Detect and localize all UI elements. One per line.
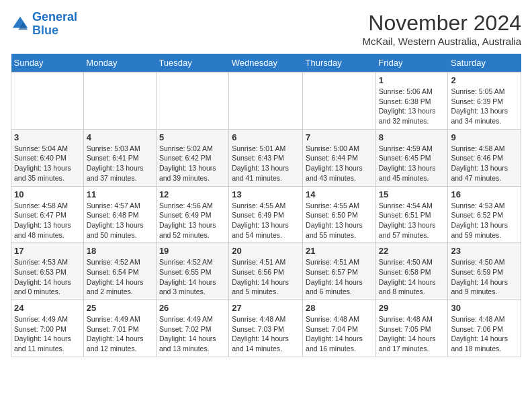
day-info: Sunrise: 4:49 AM Sunset: 7:01 PM Dayligh… xyxy=(87,314,153,354)
header-day-friday: Friday xyxy=(375,54,448,73)
day-info: Sunrise: 4:51 AM Sunset: 6:57 PM Dayligh… xyxy=(306,257,373,297)
header-row: SundayMondayTuesdayWednesdayThursdayFrid… xyxy=(11,54,521,73)
day-info: Sunrise: 5:04 AM Sunset: 6:40 PM Dayligh… xyxy=(14,144,81,183)
day-info: Sunrise: 5:02 AM Sunset: 6:42 PM Dayligh… xyxy=(159,144,226,183)
day-info: Sunrise: 4:53 AM Sunset: 6:52 PM Dayligh… xyxy=(451,201,518,240)
calendar-cell: 1Sunrise: 5:06 AM Sunset: 6:38 PM Daylig… xyxy=(375,73,448,130)
day-info: Sunrise: 4:51 AM Sunset: 6:56 PM Dayligh… xyxy=(232,257,300,297)
calendar-cell xyxy=(11,73,84,130)
day-number: 21 xyxy=(306,246,373,256)
calendar-cell: 8Sunrise: 4:59 AM Sunset: 6:45 PM Daylig… xyxy=(375,129,448,186)
calendar-cell: 9Sunrise: 4:58 AM Sunset: 6:46 PM Daylig… xyxy=(448,129,521,186)
day-number: 10 xyxy=(14,189,81,199)
calendar-cell: 20Sunrise: 4:51 AM Sunset: 6:56 PM Dayli… xyxy=(229,243,303,300)
day-number: 30 xyxy=(451,303,518,313)
day-number: 27 xyxy=(232,303,300,313)
calendar-cell: 23Sunrise: 4:50 AM Sunset: 6:59 PM Dayli… xyxy=(448,243,521,300)
calendar-cell: 29Sunrise: 4:48 AM Sunset: 7:05 PM Dayli… xyxy=(375,300,448,357)
header-day-monday: Monday xyxy=(83,54,156,73)
week-row-5: 24Sunrise: 4:49 AM Sunset: 7:00 PM Dayli… xyxy=(11,300,521,357)
calendar-header: SundayMondayTuesdayWednesdayThursdayFrid… xyxy=(11,54,521,73)
day-info: Sunrise: 5:05 AM Sunset: 6:39 PM Dayligh… xyxy=(451,87,518,126)
calendar-cell: 10Sunrise: 4:58 AM Sunset: 6:47 PM Dayli… xyxy=(11,186,84,243)
calendar-cell: 25Sunrise: 4:49 AM Sunset: 7:01 PM Dayli… xyxy=(83,300,156,357)
calendar-cell: 13Sunrise: 4:55 AM Sunset: 6:49 PM Dayli… xyxy=(229,186,303,243)
calendar-body: 1Sunrise: 5:06 AM Sunset: 6:38 PM Daylig… xyxy=(11,73,521,357)
day-number: 26 xyxy=(159,303,226,313)
day-info: Sunrise: 4:48 AM Sunset: 7:03 PM Dayligh… xyxy=(232,314,300,354)
day-info: Sunrise: 4:53 AM Sunset: 6:53 PM Dayligh… xyxy=(14,257,81,297)
day-number: 28 xyxy=(306,303,373,313)
calendar-cell: 12Sunrise: 4:56 AM Sunset: 6:49 PM Dayli… xyxy=(156,186,228,243)
day-number: 8 xyxy=(379,132,445,142)
day-number: 6 xyxy=(232,132,300,142)
day-info: Sunrise: 4:49 AM Sunset: 7:02 PM Dayligh… xyxy=(159,314,226,354)
calendar-cell: 27Sunrise: 4:48 AM Sunset: 7:03 PM Dayli… xyxy=(229,300,303,357)
day-number: 5 xyxy=(159,132,226,142)
location: McKail, Western Australia, Australia xyxy=(363,36,521,47)
header-day-tuesday: Tuesday xyxy=(156,54,228,73)
calendar-cell: 5Sunrise: 5:02 AM Sunset: 6:42 PM Daylig… xyxy=(156,129,228,186)
day-number: 7 xyxy=(306,132,373,142)
day-info: Sunrise: 4:52 AM Sunset: 6:54 PM Dayligh… xyxy=(87,257,153,297)
day-number: 20 xyxy=(232,246,300,256)
calendar-cell: 2Sunrise: 5:05 AM Sunset: 6:39 PM Daylig… xyxy=(448,73,521,130)
calendar-cell xyxy=(303,73,376,130)
day-info: Sunrise: 4:48 AM Sunset: 7:06 PM Dayligh… xyxy=(451,314,518,354)
day-info: Sunrise: 4:59 AM Sunset: 6:45 PM Dayligh… xyxy=(379,144,445,183)
calendar-cell: 22Sunrise: 4:50 AM Sunset: 6:58 PM Dayli… xyxy=(375,243,448,300)
calendar-cell: 3Sunrise: 5:04 AM Sunset: 6:40 PM Daylig… xyxy=(11,129,84,186)
calendar-cell: 4Sunrise: 5:03 AM Sunset: 6:41 PM Daylig… xyxy=(83,129,156,186)
month-title: November 2024 xyxy=(363,11,521,36)
calendar-cell: 19Sunrise: 4:52 AM Sunset: 6:55 PM Dayli… xyxy=(156,243,228,300)
calendar-cell: 21Sunrise: 4:51 AM Sunset: 6:57 PM Dayli… xyxy=(303,243,376,300)
header-day-wednesday: Wednesday xyxy=(229,54,303,73)
day-number: 16 xyxy=(451,189,518,199)
day-number: 17 xyxy=(14,246,81,256)
day-number: 4 xyxy=(87,132,153,142)
day-info: Sunrise: 4:58 AM Sunset: 6:46 PM Dayligh… xyxy=(451,144,518,183)
day-info: Sunrise: 4:55 AM Sunset: 6:49 PM Dayligh… xyxy=(232,201,300,240)
calendar-cell xyxy=(83,73,156,130)
day-number: 29 xyxy=(379,303,445,313)
calendar-cell: 26Sunrise: 4:49 AM Sunset: 7:02 PM Dayli… xyxy=(156,300,228,357)
day-info: Sunrise: 5:00 AM Sunset: 6:44 PM Dayligh… xyxy=(306,144,373,183)
day-number: 13 xyxy=(232,189,300,199)
calendar-cell: 30Sunrise: 4:48 AM Sunset: 7:06 PM Dayli… xyxy=(448,300,521,357)
day-number: 15 xyxy=(379,189,445,199)
calendar-cell: 28Sunrise: 4:48 AM Sunset: 7:04 PM Dayli… xyxy=(303,300,376,357)
logo-text: General Blue xyxy=(32,11,77,38)
page-header: General Blue November 2024 McKail, Weste… xyxy=(11,11,521,47)
calendar-cell: 18Sunrise: 4:52 AM Sunset: 6:54 PM Dayli… xyxy=(83,243,156,300)
logo-icon xyxy=(11,15,30,34)
day-info: Sunrise: 4:54 AM Sunset: 6:51 PM Dayligh… xyxy=(379,201,445,240)
day-number: 22 xyxy=(379,246,445,256)
calendar-table: SundayMondayTuesdayWednesdayThursdayFrid… xyxy=(11,54,521,357)
day-info: Sunrise: 4:55 AM Sunset: 6:50 PM Dayligh… xyxy=(306,201,373,240)
day-number: 18 xyxy=(87,246,153,256)
week-row-1: 1Sunrise: 5:06 AM Sunset: 6:38 PM Daylig… xyxy=(11,73,521,130)
day-info: Sunrise: 4:58 AM Sunset: 6:47 PM Dayligh… xyxy=(14,201,81,240)
calendar-cell: 6Sunrise: 5:01 AM Sunset: 6:43 PM Daylig… xyxy=(229,129,303,186)
day-info: Sunrise: 4:49 AM Sunset: 7:00 PM Dayligh… xyxy=(14,314,81,354)
day-info: Sunrise: 4:56 AM Sunset: 6:49 PM Dayligh… xyxy=(159,201,226,240)
day-number: 25 xyxy=(87,303,153,313)
day-number: 3 xyxy=(14,132,81,142)
day-number: 14 xyxy=(306,189,373,199)
day-number: 19 xyxy=(159,246,226,256)
week-row-2: 3Sunrise: 5:04 AM Sunset: 6:40 PM Daylig… xyxy=(11,129,521,186)
day-number: 12 xyxy=(159,189,226,199)
calendar-cell: 24Sunrise: 4:49 AM Sunset: 7:00 PM Dayli… xyxy=(11,300,84,357)
logo: General Blue xyxy=(11,11,77,38)
header-day-sunday: Sunday xyxy=(11,54,84,73)
day-info: Sunrise: 4:50 AM Sunset: 6:59 PM Dayligh… xyxy=(451,257,518,297)
day-number: 23 xyxy=(451,246,518,256)
week-row-3: 10Sunrise: 4:58 AM Sunset: 6:47 PM Dayli… xyxy=(11,186,521,243)
day-number: 9 xyxy=(451,132,518,142)
calendar-cell xyxy=(156,73,228,130)
calendar-cell: 17Sunrise: 4:53 AM Sunset: 6:53 PM Dayli… xyxy=(11,243,84,300)
header-day-thursday: Thursday xyxy=(303,54,376,73)
day-info: Sunrise: 4:52 AM Sunset: 6:55 PM Dayligh… xyxy=(159,257,226,297)
day-info: Sunrise: 5:06 AM Sunset: 6:38 PM Dayligh… xyxy=(379,87,445,126)
calendar-cell: 7Sunrise: 5:00 AM Sunset: 6:44 PM Daylig… xyxy=(303,129,376,186)
